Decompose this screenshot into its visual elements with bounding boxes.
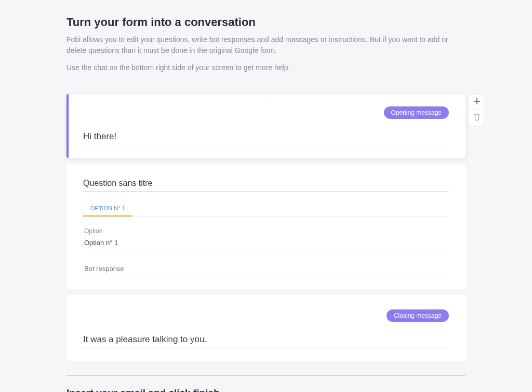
closing-message-input[interactable] (83, 332, 449, 348)
help-line: Use the chat on the bottom right side of… (66, 62, 466, 73)
opening-message-card[interactable]: ⋯ Opening message (66, 94, 466, 158)
section-divider (66, 375, 466, 376)
badge-row: Opening message (83, 106, 449, 119)
closing-badge-row: Closing message (83, 309, 449, 322)
closing-badge: Closing message (387, 309, 449, 322)
option-tabs: OPTION N° 1 (83, 201, 449, 217)
trash-icon (474, 113, 480, 123)
email-section-title: Insert your email and click finish (66, 387, 466, 392)
option-label: Option (83, 227, 449, 235)
delete-button[interactable] (469, 110, 485, 126)
side-toolbar (469, 94, 484, 126)
opening-badge: Opening message (384, 106, 449, 119)
add-button[interactable] (469, 94, 485, 110)
question-card[interactable]: OPTION N° 1 Option (66, 164, 466, 289)
cards-wrapper: ⋯ Opening message OPTION N° 1 Option Clo… (66, 94, 466, 392)
option-input[interactable] (83, 237, 449, 250)
drag-handle-icon[interactable]: ⋯ (264, 97, 270, 103)
plus-icon (473, 98, 481, 107)
question-title-input[interactable] (83, 177, 449, 192)
tab-option-1[interactable]: OPTION N° 1 (83, 201, 132, 217)
closing-message-card[interactable]: Closing message (66, 295, 466, 361)
page-container: Turn your form into a conversation Fobi … (58, 16, 474, 392)
page-description: Fobi allows you to edit your questions, … (66, 34, 466, 56)
bot-response-input[interactable] (83, 263, 449, 276)
opening-message-input[interactable] (83, 129, 449, 145)
option-field-group: Option (83, 227, 449, 276)
page-title: Turn your form into a conversation (66, 16, 466, 29)
